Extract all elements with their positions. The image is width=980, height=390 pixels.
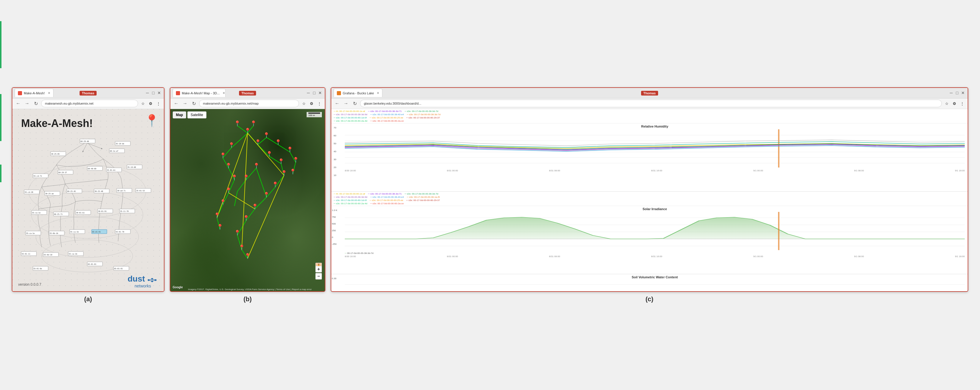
address-bar-c[interactable] (360, 100, 942, 107)
tab-area-b: Make-A-Mesh! Map - 3D... ✕ (173, 88, 304, 98)
tab-label-b: Make-A-Mesh! Map - 3D... (182, 91, 220, 95)
svg-rect-22 (24, 190, 39, 194)
svg-text:📍: 📍 (228, 142, 235, 149)
svg-rect-52 (115, 230, 130, 233)
menu-icon-a[interactable]: ⋮ (155, 100, 162, 107)
map-btn-satellite[interactable]: Satellite (188, 111, 207, 118)
svg-text:60-40-60: 60-40-60 (88, 168, 96, 169)
minimize-btn-c[interactable]: ─ (949, 91, 954, 95)
maximize-btn-a[interactable]: □ (151, 91, 156, 95)
map-lines-svg: 📍 📍 📍 📍 📍 📍 📍 📍 📍 📍 📍 📍 (170, 109, 325, 291)
svg-rect-26 (67, 189, 82, 193)
caption-a: (a) (84, 296, 92, 303)
address-bar-a[interactable] (41, 100, 138, 107)
svg-line-103 (234, 191, 237, 206)
menu-icon-c[interactable]: ⋮ (959, 100, 965, 107)
svg-rect-8 (109, 149, 124, 153)
svg-text:65-01-01: 65-01-01 (88, 263, 96, 265)
svg-text:30-25-48: 30-25-48 (95, 190, 103, 192)
back-btn-b[interactable]: ← (173, 100, 180, 107)
forward-btn-c[interactable]: → (342, 100, 350, 107)
svg-rect-56 (43, 253, 59, 257)
svg-text:55-01-6e: 55-01-6e (33, 267, 42, 270)
main-container: Make-A-Mesh! ✕ Thomas ─ □ ✕ ← → ↻ (0, 78, 980, 312)
maximize-btn-c[interactable]: □ (955, 91, 959, 95)
map-zoom-controls: + − (315, 266, 322, 280)
svg-text:📍: 📍 (263, 192, 270, 198)
svg-text:60-29-37: 60-29-37 (59, 171, 67, 173)
svg-rect-18 (106, 168, 122, 172)
extensions-icon-c[interactable]: ⚙ (951, 100, 958, 107)
close-btn-a[interactable]: ✕ (157, 91, 162, 95)
svg-text:35-10-68: 35-10-68 (127, 166, 136, 168)
forward-btn-a[interactable]: → (24, 100, 30, 107)
back-btn-a[interactable]: ← (15, 100, 22, 107)
svg-rect-48 (70, 230, 85, 233)
svg-text:55-ca-1e: 55-ca-1e (26, 232, 35, 234)
svg-rect-28 (94, 189, 109, 193)
tab-close-a[interactable]: ✕ (48, 91, 50, 94)
bookmark-icon-a[interactable]: ☆ (140, 100, 146, 107)
zoom-in-btn[interactable]: + (315, 266, 322, 272)
extensions-icon-b[interactable]: ⚙ (309, 100, 315, 107)
svg-rect-60 (87, 262, 102, 266)
toolbar-b: ← → ↻ ☆ ⚙ ⋮ (170, 99, 325, 109)
svg-text:35-10-de: 35-10-de (116, 142, 124, 145)
dust-logo: dust networks (127, 274, 158, 288)
chart-panel-humidity: 70 60 50 40 30 20 10 Relative Humidity (331, 123, 968, 192)
svg-rect-54 (21, 252, 37, 256)
window-controls-b: ─ □ ✕ (306, 91, 323, 95)
close-btn-c[interactable]: ✕ (961, 91, 965, 95)
back-btn-c[interactable]: ← (334, 100, 340, 107)
svg-rect-44 (25, 231, 41, 235)
svg-text:📍: 📍 (217, 224, 223, 230)
mesh-version: version 0.0.0.7 (18, 283, 41, 286)
svg-rect-10 (115, 141, 130, 145)
svg-point-1 (32, 191, 143, 238)
svg-line-110 (229, 193, 255, 209)
svg-text:📍: 📍 (293, 157, 299, 163)
bookmark-icon-b[interactable]: ☆ (301, 100, 307, 107)
maximize-btn-b[interactable]: □ (312, 91, 317, 95)
tab-close-c[interactable]: ✕ (377, 91, 379, 94)
browser-window-b: Make-A-Mesh! Map - 3D... ✕ Thomas ─ □ ✕ … (170, 87, 325, 292)
svg-text:📍: 📍 (220, 152, 226, 159)
zoom-out-btn[interactable]: − (315, 273, 322, 280)
solar-chart-svg (345, 212, 965, 250)
menu-icon-b[interactable]: ⋮ (316, 100, 323, 107)
refresh-btn-b[interactable]: ↻ (190, 100, 197, 107)
svg-text:30-ad-7c: 30-ad-7c (117, 190, 126, 192)
svg-rect-46 (49, 231, 64, 235)
refresh-btn-c[interactable]: ↻ (351, 100, 358, 107)
svg-text:30-25-05: 30-25-05 (51, 153, 60, 155)
user-badge-b: Thomas (239, 91, 256, 96)
refresh-btn-a[interactable]: ↻ (32, 100, 39, 107)
close-btn-b[interactable]: ✕ (318, 91, 323, 95)
svg-rect-38 (75, 211, 91, 214)
tab-close-b[interactable]: ✕ (223, 91, 225, 94)
bookmark-icon-c[interactable]: ☆ (943, 100, 950, 107)
map-btn-map[interactable]: Map (173, 111, 186, 118)
address-bar-b[interactable] (199, 100, 299, 107)
mesh-content: 📍 Make-A-Mesh! (12, 109, 164, 291)
svg-rect-24 (45, 191, 60, 195)
chart-title-humidity: Relative Humidity (345, 125, 965, 128)
tab-c[interactable]: Grafana - Bucks Lake ✕ (334, 89, 382, 97)
svg-text:55-ca-1b: 55-ca-1b (69, 253, 77, 255)
svg-text:📍: 📍 (286, 146, 293, 153)
minimize-btn-b[interactable]: ─ (306, 91, 311, 95)
svg-text:65-d1-01: 65-d1-01 (92, 231, 101, 233)
svg-text:📍: 📍 (225, 187, 232, 194)
grafana-content: ─ rh: 00-17-0d-00-00-60-1e-af ─ s3x: 00-… (331, 109, 968, 291)
extensions-icon-a[interactable]: ⚙ (148, 100, 154, 107)
forward-btn-b[interactable]: → (181, 100, 189, 107)
browser-window-a: Make-A-Mesh! ✕ Thomas ─ □ ✕ ← → ↻ (12, 87, 164, 292)
tab-a[interactable]: Make-A-Mesh! ✕ (15, 89, 53, 97)
svg-point-3 (42, 240, 133, 272)
tab-b[interactable]: Make-A-Mesh! Map - 3D... ✕ (173, 89, 226, 97)
svg-text:30-01-b1: 30-01-b1 (76, 212, 84, 214)
tab-area-c: Grafana - Bucks Lake ✕ (334, 88, 947, 98)
google-watermark: Google (173, 286, 183, 289)
tab-label-c: Grafana - Bucks Lake (343, 91, 374, 95)
minimize-btn-a[interactable]: ─ (145, 91, 150, 95)
